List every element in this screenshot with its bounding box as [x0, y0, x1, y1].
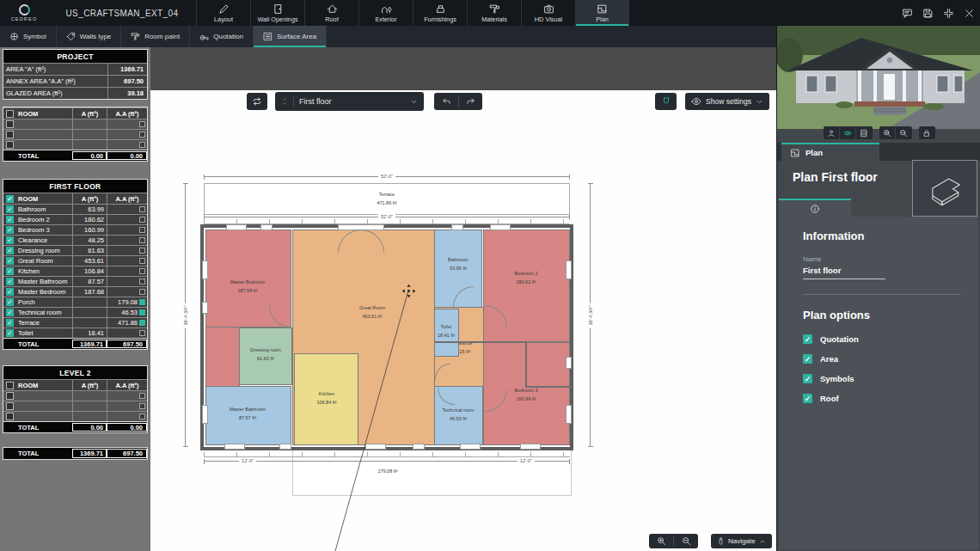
swap-view-button[interactable]	[247, 93, 267, 110]
tool-symbol[interactable]: Symbol	[0, 26, 57, 47]
project-table: PROJECT AREA "A" (ft²)1369.71 ANNEX AREA…	[3, 49, 148, 100]
person-button[interactable]	[824, 126, 840, 139]
close-icon[interactable]	[964, 8, 975, 19]
tab-hd-visual[interactable]: HD Visual	[521, 0, 575, 26]
room-master_bathroom[interactable]	[205, 386, 291, 445]
window-opening	[226, 224, 247, 230]
option-checkbox[interactable]: ✓	[803, 334, 812, 344]
3d-preview[interactable]	[777, 26, 980, 129]
annex-checkbox[interactable]	[139, 237, 145, 243]
tab-plan-panel[interactable]: Plan	[781, 143, 879, 161]
row-checkbox[interactable]	[6, 392, 14, 400]
annex-checkbox[interactable]	[139, 217, 145, 223]
plan-3d-thumbnail[interactable]	[912, 160, 977, 217]
tool-walls-type[interactable]: Walls type	[57, 26, 122, 47]
plan-canvas[interactable]: Terrace471.86 ft² Great Room453.61 ft²Cl…	[150, 47, 776, 551]
comment-icon[interactable]	[902, 8, 913, 19]
tab-roof[interactable]: Roof	[304, 0, 358, 26]
row-checkbox[interactable]: ✓	[6, 216, 14, 223]
first-floor-select-all-checkbox[interactable]: ✓	[6, 195, 14, 203]
annex-checkbox[interactable]	[139, 206, 145, 212]
floors-button[interactable]	[856, 126, 873, 139]
row-checkbox[interactable]: ✓	[6, 226, 14, 234]
restore-window-icon[interactable]	[943, 8, 954, 19]
annex-checkbox[interactable]	[139, 393, 145, 399]
annex-checkbox[interactable]	[139, 142, 145, 148]
row-checkbox[interactable]	[6, 131, 14, 138]
floors-icon	[860, 129, 868, 138]
undo-button[interactable]	[442, 97, 451, 107]
option-checkbox[interactable]: ✓	[803, 354, 812, 364]
room-dressing[interactable]	[239, 328, 292, 385]
app-window: CEDREO US_CRAFTSMAN_EXT_04 Layout Wall O…	[0, 0, 980, 551]
lock-button[interactable]	[919, 126, 935, 139]
row-checkbox[interactable]: ✓	[6, 288, 14, 296]
annex-checkbox[interactable]	[139, 258, 145, 264]
tab-information[interactable]	[779, 199, 851, 217]
row-checkbox[interactable]	[6, 141, 14, 149]
annex-checkbox[interactable]	[139, 403, 145, 409]
annex-checkbox[interactable]	[139, 289, 145, 295]
annex-checkbox[interactable]	[139, 413, 145, 419]
orbit-button[interactable]	[840, 126, 856, 139]
camera-icon	[543, 3, 554, 15]
annex-checkbox[interactable]	[139, 320, 145, 326]
tab-furnishings[interactable]: Furnishings	[413, 0, 467, 26]
tool-surface-area[interactable]: Surface Area	[254, 26, 327, 47]
zoom-in-button[interactable]	[879, 126, 896, 139]
annex-checkbox[interactable]	[139, 268, 145, 274]
tab-label: Materials	[481, 15, 507, 23]
level2-select-all-checkbox[interactable]	[6, 382, 14, 389]
option-checkbox[interactable]: ✓	[803, 394, 812, 403]
annex-checkbox[interactable]	[139, 299, 145, 305]
annex-checkbox[interactable]	[139, 248, 145, 254]
annex-checkbox[interactable]	[139, 309, 145, 315]
name-field[interactable]: First floor	[803, 266, 885, 279]
snap-toggle[interactable]	[655, 93, 677, 110]
row-checkbox[interactable]: ✓	[6, 329, 14, 337]
row-checkbox[interactable]: ✓	[6, 319, 14, 327]
annex-checkbox[interactable]	[139, 279, 145, 285]
save-icon[interactable]	[922, 8, 934, 19]
annex-checkbox[interactable]	[139, 330, 145, 336]
tool-room-paint[interactable]: Room paint	[121, 26, 190, 47]
row-checkbox[interactable]: ✓	[6, 267, 14, 275]
annex-checkbox[interactable]	[139, 132, 145, 138]
tool-quotation[interactable]: Quotation	[190, 26, 254, 47]
row-checkbox[interactable]: ✓	[6, 205, 14, 213]
information-heading: Information	[803, 230, 978, 242]
cedreo-logo[interactable]: CEDREO	[0, 0, 48, 26]
room-kitchen[interactable]	[294, 353, 358, 445]
annex-checkbox[interactable]	[139, 227, 145, 233]
option-checkbox[interactable]: ✓	[803, 374, 812, 383]
row-checkbox[interactable]: ✓	[6, 309, 14, 316]
navigate-button[interactable]: Navigate	[711, 534, 772, 548]
row-checkbox[interactable]: ✓	[6, 298, 14, 306]
redo-button[interactable]	[466, 97, 475, 107]
row-checkbox[interactable]: ✓	[6, 236, 14, 244]
room-master_bedroom[interactable]	[205, 327, 240, 387]
row-checkbox[interactable]: ✓	[6, 278, 14, 285]
room-table-select-all-checkbox[interactable]	[6, 110, 14, 118]
tab-wall-openings[interactable]: Wall Openings	[250, 0, 304, 26]
tab-exterior[interactable]: Exterior	[358, 0, 413, 26]
annex-checkbox[interactable]	[139, 121, 145, 127]
chevron-up-icon	[759, 538, 766, 545]
row-checkbox[interactable]	[6, 413, 14, 420]
first-floor-title: FIRST FLOOR	[3, 180, 147, 193]
tab-materials[interactable]: Materials	[467, 0, 521, 26]
row-checkbox[interactable]	[6, 402, 14, 410]
row-checkbox[interactable]: ✓	[6, 257, 14, 265]
zoom-out-button[interactable]	[896, 126, 912, 139]
show-settings-button[interactable]: Show settings	[685, 93, 769, 110]
room-toilet[interactable]	[434, 309, 459, 357]
row-checkbox[interactable]: ✓	[6, 247, 14, 254]
zoom-out-button[interactable]	[674, 534, 698, 548]
tab-plan[interactable]: Plan	[575, 0, 629, 26]
floor-stepper[interactable]	[281, 97, 288, 106]
row-checkbox[interactable]	[6, 120, 14, 128]
zoom-in-button[interactable]	[649, 534, 673, 548]
floor-selector[interactable]: First floor	[275, 92, 424, 111]
window-opening	[224, 444, 245, 450]
tab-layout[interactable]: Layout	[196, 0, 250, 26]
